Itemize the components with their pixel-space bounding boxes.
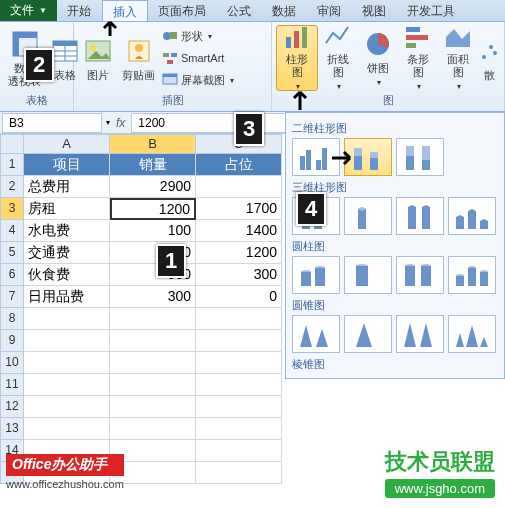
- pie-chart-button[interactable]: 饼图▾: [358, 25, 398, 91]
- chart-opt-3d-2[interactable]: [344, 197, 392, 235]
- row-head[interactable]: 8: [0, 308, 24, 330]
- row-head[interactable]: 3: [0, 198, 24, 220]
- cell[interactable]: [24, 374, 110, 396]
- row-head[interactable]: 12: [0, 396, 24, 418]
- cell[interactable]: 1700: [196, 198, 282, 220]
- cell[interactable]: [196, 462, 282, 484]
- tab-view[interactable]: 视图: [352, 0, 397, 21]
- row-head[interactable]: 2: [0, 176, 24, 198]
- chart-opt-cone-3[interactable]: [396, 315, 444, 353]
- fx-icon[interactable]: fx: [116, 116, 125, 130]
- cell[interactable]: 销量: [110, 154, 196, 176]
- column-chart-button[interactable]: 柱形图▾: [276, 25, 318, 91]
- row-head[interactable]: 10: [0, 352, 24, 374]
- cell[interactable]: 占位: [196, 154, 282, 176]
- select-all-corner[interactable]: [0, 134, 24, 154]
- svg-rect-40: [422, 146, 430, 160]
- cell[interactable]: [24, 352, 110, 374]
- svg-rect-14: [163, 53, 169, 57]
- cell[interactable]: [24, 330, 110, 352]
- row-head[interactable]: 13: [0, 418, 24, 440]
- active-cell[interactable]: 1200: [110, 198, 196, 220]
- shapes-button[interactable]: 形状▾: [159, 26, 237, 46]
- name-box[interactable]: B3: [2, 113, 102, 133]
- cell[interactable]: 房租: [24, 198, 110, 220]
- chart-opt-cyl-3[interactable]: [396, 256, 444, 294]
- screenshot-button[interactable]: 屏幕截图▾: [159, 70, 237, 90]
- row-head[interactable]: 7: [0, 286, 24, 308]
- tab-data[interactable]: 数据: [262, 0, 307, 21]
- column-chart-label: 柱形图▾: [281, 53, 313, 93]
- column-chart-dropdown: 二维柱形图 三维柱形图 圆柱图 圆锥图 棱锥图: [285, 112, 505, 379]
- file-tab[interactable]: 文件▼: [0, 0, 57, 21]
- row-head[interactable]: 4: [0, 220, 24, 242]
- cell[interactable]: [196, 418, 282, 440]
- cell[interactable]: 项目: [24, 154, 110, 176]
- cell[interactable]: 1200: [196, 242, 282, 264]
- svg-rect-56: [480, 272, 488, 286]
- scatter-chart-button[interactable]: 散: [478, 25, 500, 91]
- chart-opt-cyl-4[interactable]: [448, 256, 496, 294]
- chart-opt-100stacked-2d[interactable]: [396, 138, 444, 176]
- cell[interactable]: [24, 418, 110, 440]
- chart-opt-cyl-2[interactable]: [344, 256, 392, 294]
- chart-opt-cone-1[interactable]: [292, 315, 340, 353]
- row-head[interactable]: 11: [0, 374, 24, 396]
- svg-rect-44: [315, 268, 325, 286]
- chart-opt-3d-4[interactable]: [448, 197, 496, 235]
- cell[interactable]: 0: [196, 286, 282, 308]
- cell[interactable]: [110, 308, 196, 330]
- tab-review[interactable]: 审阅: [307, 0, 352, 21]
- cell[interactable]: [110, 374, 196, 396]
- cell[interactable]: [196, 396, 282, 418]
- bar-chart-button[interactable]: 条形图▾: [398, 25, 438, 91]
- col-head-a[interactable]: A: [24, 134, 110, 154]
- cell[interactable]: [24, 308, 110, 330]
- cell[interactable]: [196, 440, 282, 462]
- row-head[interactable]: 5: [0, 242, 24, 264]
- cell[interactable]: 水电费: [24, 220, 110, 242]
- cell[interactable]: [196, 176, 282, 198]
- chart-opt-3d-3[interactable]: [396, 197, 444, 235]
- smartart-button[interactable]: SmartArt: [159, 48, 237, 68]
- cell[interactable]: [196, 352, 282, 374]
- row-head[interactable]: 6: [0, 264, 24, 286]
- cell[interactable]: 总费用: [24, 176, 110, 198]
- row-head[interactable]: 1: [0, 154, 24, 176]
- cell[interactable]: [196, 374, 282, 396]
- cell[interactable]: 300: [196, 264, 282, 286]
- cell[interactable]: 1400: [196, 220, 282, 242]
- cell[interactable]: 日用品费: [24, 286, 110, 308]
- chart-opt-cone-4[interactable]: [448, 315, 496, 353]
- clipart-button[interactable]: 剪贴画: [118, 25, 159, 91]
- cell[interactable]: 交通费: [24, 242, 110, 264]
- col-head-b[interactable]: B: [110, 134, 196, 154]
- line-chart-button[interactable]: 折线图▾: [318, 25, 358, 91]
- cell[interactable]: 2900: [110, 176, 196, 198]
- cell[interactable]: 300: [110, 286, 196, 308]
- table-label: 表格: [54, 69, 76, 82]
- cell[interactable]: 100: [110, 220, 196, 242]
- svg-rect-42: [301, 272, 311, 286]
- cell[interactable]: [24, 396, 110, 418]
- bar-chart-label: 条形图▾: [402, 53, 434, 93]
- watermark-office-title: Office办公助手: [6, 454, 124, 476]
- cell[interactable]: [196, 330, 282, 352]
- cell[interactable]: [196, 308, 282, 330]
- namebox-dropdown-icon[interactable]: ▾: [106, 118, 110, 127]
- tab-layout[interactable]: 页面布局: [148, 0, 217, 21]
- row-head[interactable]: 9: [0, 330, 24, 352]
- cell[interactable]: [110, 418, 196, 440]
- tab-formula[interactable]: 公式: [217, 0, 262, 21]
- cell[interactable]: [110, 330, 196, 352]
- group-illust-label: 插图: [78, 91, 267, 108]
- chart-opt-cyl-1[interactable]: [292, 256, 340, 294]
- area-chart-button[interactable]: 面积图▾: [438, 25, 478, 91]
- tab-dev[interactable]: 开发工具: [397, 0, 466, 21]
- ribbon: 数据 透视表 表格 表格 图片 剪贴画 形状▾ SmartArt 屏幕截图▾: [0, 22, 505, 112]
- cell[interactable]: [110, 352, 196, 374]
- tab-home[interactable]: 开始: [57, 0, 102, 21]
- chart-opt-cone-2[interactable]: [344, 315, 392, 353]
- cell[interactable]: [110, 396, 196, 418]
- cell[interactable]: 伙食费: [24, 264, 110, 286]
